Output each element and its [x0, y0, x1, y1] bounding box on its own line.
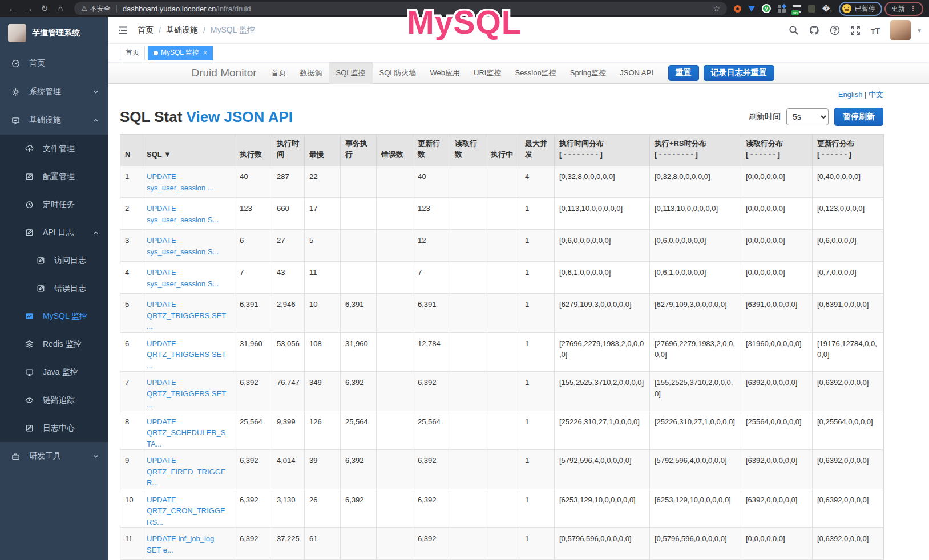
sidebar-item-redis[interactable]: Redis 监控: [0, 330, 108, 358]
extension-donut-icon[interactable]: [734, 5, 741, 13]
sidebar-item-trace[interactable]: 链路追踪: [0, 386, 108, 414]
druid-nav-SQL防火墙[interactable]: SQL防火墙: [373, 62, 423, 84]
browser-update-button[interactable]: 更新⋮: [884, 2, 923, 16]
sidebar-item-devtools[interactable]: 研发工具: [0, 442, 108, 470]
extensions-puzzle-icon[interactable]: �,: [822, 5, 832, 13]
avatar[interactable]: [890, 20, 911, 40]
font-size-icon[interactable]: TT: [871, 26, 880, 35]
druid-navbar: Druid Monitor 首页数据源SQL监控SQL防火墙Web应用URI监控…: [108, 62, 929, 84]
druid-nav-JSON API[interactable]: JSON API: [613, 62, 660, 84]
sql-link[interactable]: UPDATE QRTZ_FIRED_TRIGGER...: [147, 456, 225, 487]
chevron-down-icon[interactable]: ▼: [916, 27, 922, 34]
sql-link[interactable]: UPDATE sys_user_session ...: [147, 172, 214, 192]
sql-link[interactable]: UPDATE QRTZ_TRIGGERS SET ...: [147, 378, 226, 409]
cell: [0,6,1,0,0,0,0,0]: [555, 262, 650, 294]
cell: [486, 262, 520, 294]
tag-首页[interactable]: 首页: [120, 46, 145, 60]
close-icon[interactable]: ×: [203, 49, 207, 57]
cell: 6,392: [413, 372, 450, 411]
sidebar-item-file[interactable]: 文件管理: [0, 135, 108, 163]
back-icon[interactable]: ←: [6, 0, 19, 17]
sidebar-item-home[interactable]: 首页: [0, 49, 108, 78]
extension-y-icon[interactable]: y: [762, 4, 771, 13]
cell: [6279,109,3,0,0,0,0,0]: [555, 294, 650, 333]
extension-dark-icon[interactable]: [808, 5, 815, 13]
fullscreen-icon[interactable]: [850, 25, 861, 35]
cell: 2: [120, 198, 142, 230]
reset-button[interactable]: 重置: [668, 65, 699, 81]
tag-MySQL 监控[interactable]: MySQL 监控×: [148, 46, 213, 60]
sql-link[interactable]: UPDATE sys_user_session S...: [147, 268, 219, 288]
sidebar-item-api-log[interactable]: API 日志: [0, 218, 108, 246]
infra-icon: [11, 116, 20, 125]
breadcrumb-infra[interactable]: 基础设施: [166, 25, 198, 35]
home-icon[interactable]: ⌂: [54, 0, 67, 17]
druid-nav-Spring监控[interactable]: Spring监控: [563, 62, 613, 84]
help-icon[interactable]: [830, 25, 840, 35]
url-host: dashboard.yudao.iocoder.cn: [123, 5, 216, 13]
sidebar-item-system[interactable]: 系统管理: [0, 78, 108, 106]
extension-list-on-icon[interactable]: [793, 5, 801, 13]
extension-gem-icon[interactable]: [748, 6, 755, 12]
extension-grid-icon[interactable]: [778, 5, 786, 13]
view-json-api-link[interactable]: View JSON API: [187, 108, 293, 125]
cell: [27696,2279,1983,2,0,0,0,0]: [650, 332, 741, 372]
cell: 26: [305, 489, 341, 528]
sql-link[interactable]: UPDATE sys_user_session S...: [147, 204, 219, 224]
sidebar-item-error-log[interactable]: 错误日志: [0, 274, 108, 302]
druid-nav-SQL监控[interactable]: SQL监控: [329, 62, 373, 84]
breadcrumb-home[interactable]: 首页: [138, 25, 154, 35]
sql-link[interactable]: UPDATE QRTZ_SCHEDULER_STA...: [147, 417, 225, 448]
sidebar-item-label: 访问日志: [54, 255, 86, 266]
address-bar[interactable]: ⚠不安全 dashboard.yudao.iocoder.cn/infra/dr…: [74, 2, 727, 15]
cell: 76,747: [272, 372, 305, 411]
refresh-interval-select[interactable]: 5s: [786, 108, 829, 125]
table-row: 6UPDATE QRTZ_TRIGGERS SET ...31,96053,05…: [120, 332, 884, 372]
cell: [0,6391,0,0,0,0]: [813, 294, 884, 333]
sidebar-item-config[interactable]: 配置管理: [0, 163, 108, 190]
cell: [0,6392,0,0,0,0]: [813, 489, 884, 528]
tag-label: MySQL 监控: [161, 48, 199, 58]
sidebar-item-infra[interactable]: 基础设施: [0, 106, 108, 135]
menu-dots-icon[interactable]: ⋮: [910, 5, 916, 13]
sidebar-item-java[interactable]: Java 监控: [0, 358, 108, 386]
column-header: N: [120, 135, 142, 166]
druid-nav-Web应用[interactable]: Web应用: [423, 62, 467, 84]
sidebar-item-job[interactable]: 定时任务: [0, 190, 108, 218]
cell: 12: [413, 230, 450, 262]
sql-link[interactable]: UPDATE inf_job_log SET e...: [147, 534, 214, 554]
lang-english-link[interactable]: English: [838, 90, 863, 99]
paused-badge[interactable]: 已暂停: [839, 2, 882, 16]
warning-icon: ⚠: [81, 5, 87, 13]
druid-nav-Session监控[interactable]: Session监控: [508, 62, 563, 84]
hamburger-icon[interactable]: [117, 25, 128, 36]
druid-nav-数据源[interactable]: 数据源: [293, 62, 329, 84]
sidebar-item-mysql[interactable]: MySQL 监控: [0, 302, 108, 330]
sql-link[interactable]: UPDATE QRTZ_CRON_TRIGGERS...: [147, 496, 225, 526]
reload-icon[interactable]: ↻: [38, 0, 51, 17]
sidebar-item-label: 首页: [29, 58, 45, 68]
log-and-reset-button[interactable]: 记录日志并重置: [704, 65, 774, 81]
pause-refresh-button[interactable]: 暂停刷新: [834, 108, 883, 126]
sidebar-item-access-log[interactable]: 访问日志: [0, 246, 108, 274]
druid-nav-URI监控[interactable]: URI监控: [467, 62, 508, 84]
search-icon[interactable]: [789, 25, 799, 35]
java-icon: [25, 368, 34, 376]
column-header[interactable]: SQL ▼: [142, 135, 235, 166]
druid-nav-首页[interactable]: 首页: [265, 62, 293, 84]
sql-link[interactable]: UPDATE sys_user_session S...: [147, 236, 219, 256]
druid-nav-item: Web应用: [423, 62, 467, 84]
druid-brand[interactable]: Druid Monitor: [184, 67, 265, 79]
column-header: 执行+RS时分布[ - - - - - - - - ]: [650, 135, 741, 166]
github-icon[interactable]: [809, 25, 819, 35]
security-warning[interactable]: ⚠不安全: [81, 4, 111, 14]
cell: 6,392: [341, 372, 377, 411]
lang-chinese-link[interactable]: 中文: [869, 90, 883, 99]
bookmark-star-icon[interactable]: ☆: [713, 4, 720, 13]
sql-link[interactable]: UPDATE QRTZ_TRIGGERS SET ...: [147, 300, 226, 331]
extensions-row: y �,: [734, 4, 832, 13]
sidebar-logo[interactable]: 芋道管理系统: [0, 17, 108, 49]
sql-link[interactable]: UPDATE QRTZ_TRIGGERS SET ...: [147, 339, 226, 370]
sidebar-item-log-center[interactable]: 日志中心: [0, 414, 108, 442]
forward-icon[interactable]: →: [22, 0, 35, 17]
